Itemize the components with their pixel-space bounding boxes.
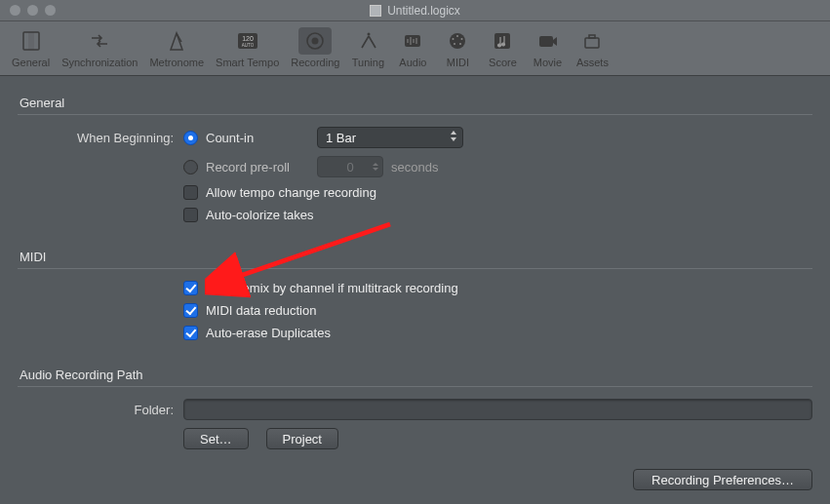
tab-label: Metronome bbox=[149, 57, 204, 68]
section-general: When Beginning: Count-in 1 Bar Record pr… bbox=[18, 114, 812, 244]
tab-recording[interactable]: Recording bbox=[287, 25, 343, 70]
section-title-midi: MIDI bbox=[20, 250, 810, 264]
tab-label: MIDI bbox=[447, 57, 469, 68]
midi-icon bbox=[447, 30, 468, 52]
content-area: General When Beginning: Count-in 1 Bar bbox=[0, 76, 830, 469]
svg-rect-9 bbox=[405, 35, 420, 47]
titlebar: Untitled.logicx bbox=[0, 0, 830, 21]
document-icon bbox=[370, 5, 381, 17]
section-audio-path: Folder: Set… Project bbox=[18, 386, 812, 469]
tab-score[interactable]: Score bbox=[482, 25, 523, 70]
midi-reduction-checkbox[interactable] bbox=[183, 303, 198, 318]
auto-erase-checkbox[interactable] bbox=[183, 326, 198, 340]
svg-point-8 bbox=[368, 33, 371, 36]
tab-tuning[interactable]: Tuning bbox=[347, 25, 388, 70]
sync-icon bbox=[88, 30, 111, 52]
tab-label: Score bbox=[489, 57, 517, 68]
chevron-updown-icon bbox=[451, 131, 456, 141]
preferences-window: Untitled.logicx General Synchronization … bbox=[0, 0, 830, 504]
tab-label: Tuning bbox=[352, 57, 384, 68]
folder-label: Folder: bbox=[18, 403, 183, 417]
svg-text:120: 120 bbox=[242, 35, 254, 42]
svg-point-15 bbox=[456, 35, 458, 37]
svg-point-19 bbox=[459, 43, 461, 45]
count-in-bars-select[interactable]: 1 Bar bbox=[317, 127, 463, 148]
folder-field[interactable] bbox=[183, 399, 812, 420]
zoom-button[interactable] bbox=[45, 5, 56, 16]
minimize-button[interactable] bbox=[27, 5, 38, 16]
tab-label: Audio bbox=[399, 57, 426, 68]
section-title-audio-path: Audio Recording Path bbox=[20, 368, 810, 382]
tuning-icon bbox=[357, 30, 378, 52]
svg-point-18 bbox=[454, 43, 455, 45]
tab-label: Assets bbox=[576, 57, 609, 68]
pre-roll-label: Record pre-roll bbox=[206, 160, 309, 174]
pre-roll-stepper[interactable]: 0 bbox=[317, 156, 383, 177]
tab-label: Smart Tempo bbox=[216, 57, 279, 68]
svg-point-17 bbox=[461, 38, 463, 40]
toolbar: General Synchronization Metronome 120AUT… bbox=[0, 21, 830, 76]
stepper-value: 0 bbox=[346, 160, 353, 174]
window-title-text: Untitled.logicx bbox=[387, 4, 460, 18]
metronome-icon bbox=[166, 30, 187, 52]
tab-label: General bbox=[12, 57, 50, 68]
tab-synchronization[interactable]: Synchronization bbox=[58, 25, 141, 70]
footer: Recording Preferences… bbox=[0, 469, 830, 504]
tab-assets[interactable]: Assets bbox=[572, 25, 613, 70]
when-beginning-label: When Beginning: bbox=[18, 131, 183, 145]
stepper-arrows-icon bbox=[373, 163, 378, 171]
tab-audio[interactable]: Audio bbox=[392, 25, 433, 70]
tab-label: Synchronization bbox=[61, 57, 138, 68]
svg-rect-23 bbox=[589, 35, 595, 38]
movie-icon bbox=[536, 30, 558, 52]
auto-demix-label: Auto demix by channel if multitrack reco… bbox=[206, 281, 458, 295]
tab-general[interactable]: General bbox=[8, 25, 54, 70]
assets-icon bbox=[581, 30, 603, 52]
pre-roll-unit: seconds bbox=[391, 160, 438, 174]
set-button[interactable]: Set… bbox=[183, 428, 249, 449]
count-in-radio[interactable] bbox=[183, 131, 198, 145]
tab-metronome[interactable]: Metronome bbox=[145, 25, 208, 70]
project-button[interactable]: Project bbox=[266, 428, 338, 449]
auto-colorize-label: Auto-colorize takes bbox=[206, 208, 314, 222]
svg-rect-21 bbox=[539, 36, 553, 47]
auto-colorize-checkbox[interactable] bbox=[183, 208, 198, 222]
score-icon bbox=[492, 30, 513, 52]
recording-preferences-button[interactable]: Recording Preferences… bbox=[633, 469, 812, 490]
tab-midi[interactable]: MIDI bbox=[437, 25, 478, 70]
svg-rect-22 bbox=[585, 38, 599, 48]
window-title: Untitled.logicx bbox=[370, 4, 460, 18]
traffic-lights bbox=[10, 5, 56, 16]
section-title-general: General bbox=[20, 96, 810, 110]
smart-tempo-icon: 120AUTO bbox=[235, 30, 260, 52]
allow-tempo-change-checkbox[interactable] bbox=[183, 185, 198, 200]
count-in-label: Count-in bbox=[206, 131, 309, 145]
tab-movie[interactable]: Movie bbox=[527, 25, 568, 70]
audio-icon bbox=[402, 30, 423, 52]
svg-point-7 bbox=[312, 38, 319, 45]
recording-icon bbox=[304, 30, 326, 52]
midi-reduction-label: MIDI data reduction bbox=[206, 303, 316, 318]
section-midi: Auto demix by channel if multitrack reco… bbox=[18, 268, 812, 362]
svg-point-16 bbox=[453, 38, 455, 40]
svg-text:AUTO: AUTO bbox=[241, 43, 254, 48]
tab-smart-tempo[interactable]: 120AUTO Smart Tempo bbox=[212, 25, 283, 70]
tab-label: Movie bbox=[534, 57, 562, 68]
pre-roll-radio[interactable] bbox=[183, 160, 198, 174]
svg-rect-20 bbox=[494, 33, 510, 49]
allow-tempo-change-label: Allow tempo change recording bbox=[206, 185, 376, 200]
svg-rect-1 bbox=[28, 32, 34, 50]
tab-label: Recording bbox=[291, 57, 339, 68]
select-value: 1 Bar bbox=[326, 131, 356, 145]
auto-erase-label: Auto-erase Duplicates bbox=[206, 326, 331, 340]
auto-demix-checkbox[interactable] bbox=[183, 281, 198, 295]
close-button[interactable] bbox=[10, 5, 20, 16]
general-icon bbox=[20, 30, 42, 52]
